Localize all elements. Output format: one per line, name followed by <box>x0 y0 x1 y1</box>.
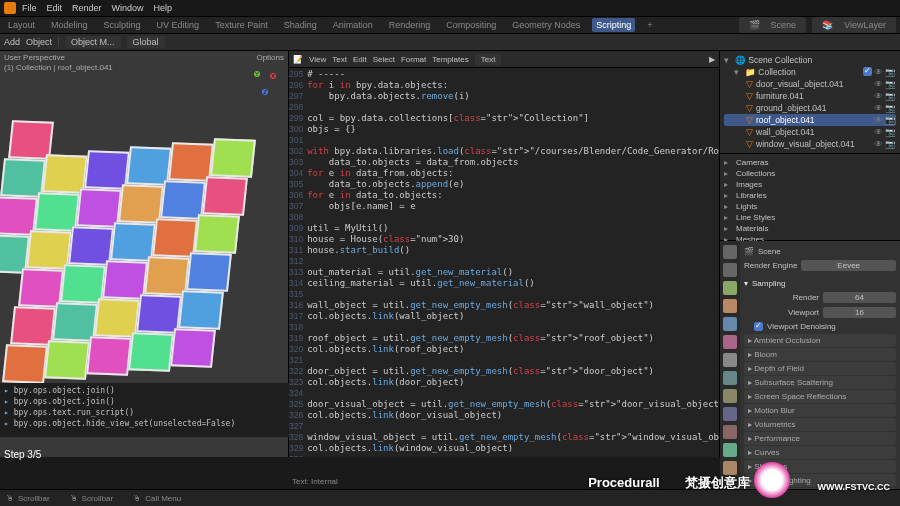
engine-label: Render Engine <box>744 261 797 270</box>
3d-viewport[interactable]: User Perspective (1) Collection | roof_o… <box>0 51 289 457</box>
templates-menu[interactable]: Templates <box>432 55 468 64</box>
outliner-item[interactable]: ▽ ground_object.041👁 📷 <box>724 102 896 114</box>
edit-menu[interactable]: Edit <box>353 55 367 64</box>
main-menu: FileEditRenderWindowHelp <box>22 3 172 13</box>
right-panels: ▾🌐 Scene Collection▾📁 Collection 👁 📷▽ do… <box>719 51 900 457</box>
menu-help[interactable]: Help <box>154 3 173 13</box>
layer-icon: 📚 <box>818 18 837 32</box>
render-samples-field[interactable]: 64 <box>823 292 896 303</box>
properties-tabs[interactable] <box>720 241 740 506</box>
object-menu[interactable]: Object <box>26 37 52 47</box>
add-menu[interactable]: Add <box>4 37 20 47</box>
data-libraries[interactable]: ▸Libraries <box>724 190 896 201</box>
props-tab-8[interactable] <box>723 389 737 403</box>
props-tab-5[interactable] <box>723 335 737 349</box>
select-menu[interactable]: Select <box>373 55 395 64</box>
panel-ambient-occlusion[interactable]: ▸ Ambient Occlusion <box>744 334 896 347</box>
text-editor-header: 📝 View Text Edit Select Format Templates… <box>289 51 719 68</box>
workspace-tab-animation[interactable]: Animation <box>329 18 377 32</box>
run-script-button[interactable]: ▶ <box>709 55 715 64</box>
panel-subsurface-scattering[interactable]: ▸ Subsurface Scattering <box>744 376 896 389</box>
workspace-tab-scripting[interactable]: Scripting <box>592 18 635 32</box>
panel-screen-space-reflections[interactable]: ▸ Screen Space Reflections <box>744 390 896 403</box>
scene-icon: 🎬 <box>745 18 764 32</box>
props-tab-7[interactable] <box>723 371 737 385</box>
watermark-text: Procedurall 梵摄创意库 <box>588 474 750 492</box>
menu-window[interactable]: Window <box>112 3 144 13</box>
workspace-tab-compositing[interactable]: Compositing <box>442 18 500 32</box>
workspace-tab-geometry-nodes[interactable]: Geometry Nodes <box>508 18 584 32</box>
format-menu[interactable]: Format <box>401 55 426 64</box>
data-line styles[interactable]: ▸Line Styles <box>724 212 896 223</box>
panel-motion-blur[interactable]: ▸ Motion Blur <box>744 404 896 417</box>
outliner-root[interactable]: ▾🌐 Scene Collection <box>724 54 896 66</box>
step-indicator: Step 3/5 <box>4 449 41 460</box>
workspace-tab-texture-paint[interactable]: Texture Paint <box>211 18 272 32</box>
data-collections[interactable]: ▸Collections <box>724 168 896 179</box>
text-datablock[interactable]: Text <box>475 54 502 65</box>
props-tab-2[interactable] <box>723 281 737 295</box>
outliner-item[interactable]: ▽ roof_object.041👁 📷 <box>724 114 896 126</box>
workspace-tab-rendering[interactable]: Rendering <box>385 18 435 32</box>
viewport-overlay-text: User Perspective (1) Collection | roof_o… <box>4 53 113 74</box>
panel-volumetrics[interactable]: ▸ Volumetrics <box>744 418 896 431</box>
info-log: ▸ bpy.ops.object.join()▸ bpy.ops.object.… <box>0 383 296 437</box>
options-menu[interactable]: Options <box>256 53 284 62</box>
watermark-logo-icon <box>754 462 790 498</box>
props-tab-3[interactable] <box>723 299 737 313</box>
editor-type-icon[interactable]: 📝 <box>293 55 303 64</box>
outliner[interactable]: ▾🌐 Scene Collection▾📁 Collection 👁 📷▽ do… <box>720 51 900 154</box>
props-tab-11[interactable] <box>723 443 737 457</box>
outliner-item[interactable]: ▽ window_visual_object.041👁 📷 <box>724 138 896 150</box>
outliner-collection[interactable]: ▾📁 Collection 👁 📷 <box>724 66 896 78</box>
props-tab-6[interactable] <box>723 353 737 367</box>
props-tab-1[interactable] <box>723 263 737 277</box>
menu-bar: FileEditRenderWindowHelp <box>0 0 900 17</box>
workspace-tab-modeling[interactable]: Modeling <box>47 18 92 32</box>
blender-logo-icon <box>4 2 16 14</box>
viewlayer-field[interactable]: 📚ViewLayer <box>812 17 896 33</box>
nav-gizmo-icon[interactable]: X Y Z <box>250 71 278 99</box>
viewport-samples-field[interactable]: 16 <box>823 307 896 318</box>
menu-file[interactable]: File <box>22 3 37 13</box>
panel-curves[interactable]: ▸ Curves <box>744 446 896 459</box>
data-cameras[interactable]: ▸Cameras <box>724 157 896 168</box>
props-tab-0[interactable] <box>723 245 737 259</box>
panel-performance[interactable]: ▸ Performance <box>744 432 896 445</box>
scene-field[interactable]: 🎬Scene <box>739 17 807 33</box>
outliner-item[interactable]: ▽ wall_object.041👁 📷 <box>724 126 896 138</box>
text-footer: Text: Internal <box>292 477 338 486</box>
panel-bloom[interactable]: ▸ Bloom <box>744 348 896 361</box>
props-tab-10[interactable] <box>723 425 737 439</box>
data-materials[interactable]: ▸Materials <box>724 223 896 234</box>
blend-file-data[interactable]: ▸Cameras▸Collections▸Images▸Libraries▸Li… <box>720 154 900 241</box>
code-area[interactable]: # ----- for i in bpy.data.objects: bpy.d… <box>307 51 719 457</box>
text-menu[interactable]: Text <box>332 55 347 64</box>
denoise-checkbox[interactable] <box>754 322 763 331</box>
panel-depth-of-field[interactable]: ▸ Depth of Field <box>744 362 896 375</box>
menu-render[interactable]: Render <box>72 3 102 13</box>
workspace-tabs: LayoutModelingSculptingUV EditingTexture… <box>0 17 900 34</box>
workspace-tab-layout[interactable]: Layout <box>4 18 39 32</box>
properties-editor: 🎬Scene Render EngineEevee ▾ Sampling Ren… <box>720 241 900 506</box>
props-tab-12[interactable] <box>723 461 737 475</box>
text-editor[interactable]: 📝 View Text Edit Select Format Templates… <box>289 51 719 457</box>
view-menu[interactable]: View <box>309 55 326 64</box>
props-tab-9[interactable] <box>723 407 737 421</box>
add-workspace-button[interactable]: + <box>643 18 656 32</box>
outliner-item[interactable]: ▽ furniture.041👁 📷 <box>724 90 896 102</box>
scene-icon: 🎬 <box>744 247 754 256</box>
data-images[interactable]: ▸Images <box>724 179 896 190</box>
data-lights[interactable]: ▸Lights <box>724 201 896 212</box>
outliner-item[interactable]: ▽ door_visual_object.041👁 📷 <box>724 78 896 90</box>
orientation-select[interactable]: Global <box>127 36 165 48</box>
scrollbar-hint-2: 🖱 Scrollbar <box>70 494 114 503</box>
workspace-tab-shading[interactable]: Shading <box>280 18 321 32</box>
menu-edit[interactable]: Edit <box>47 3 63 13</box>
workspace-tab-sculpting[interactable]: Sculpting <box>100 18 145 32</box>
mode-select[interactable]: Object M... <box>65 36 121 48</box>
render-engine-select[interactable]: Eevee <box>801 260 896 271</box>
3d-scene <box>0 121 288 401</box>
props-tab-4[interactable] <box>723 317 737 331</box>
workspace-tab-uv-editing[interactable]: UV Editing <box>153 18 204 32</box>
